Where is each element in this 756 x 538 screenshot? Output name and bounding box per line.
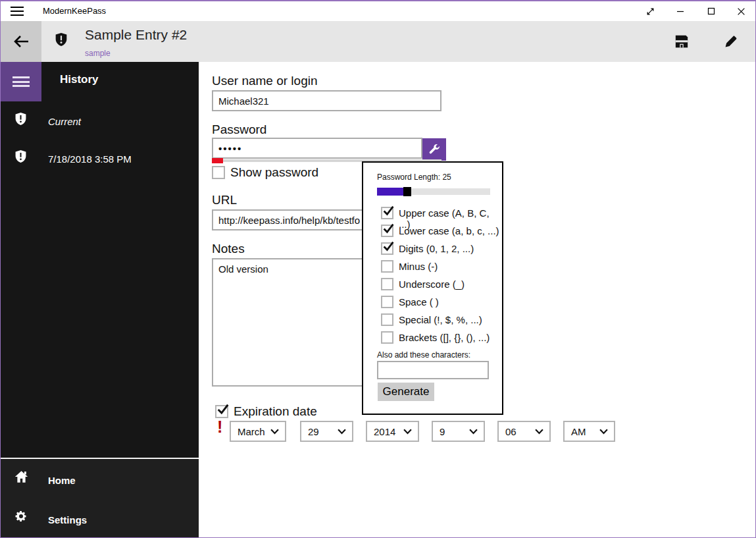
upper-case-checkbox[interactable]: [381, 207, 393, 219]
sidebar-item-label: Home: [48, 475, 76, 486]
password-label: Password: [212, 122, 266, 137]
option-brackets: Brackets ([], {}, (), ...): [363, 331, 502, 346]
sidebar-item-home[interactable]: Home: [1, 468, 199, 497]
shield-icon: [14, 111, 27, 129]
password-length-label: Password Length: 25: [377, 173, 451, 182]
edit-button[interactable]: [724, 34, 740, 50]
settings-gear-icon: [14, 510, 28, 525]
nav-hamburger-button[interactable]: [1, 62, 41, 101]
password-input[interactable]: [212, 138, 422, 159]
expiry-ampm-dropdown[interactable]: AM: [563, 421, 615, 442]
lower-case-checkbox[interactable]: [381, 225, 393, 237]
special-checkbox[interactable]: [381, 313, 393, 326]
app-window: ModernKeePass: [0, 0, 756, 538]
close-button[interactable]: [726, 1, 756, 21]
save-icon: [674, 34, 689, 49]
option-label: Lower case (a, b, c, ...): [399, 225, 499, 236]
maximize-icon: [707, 7, 715, 15]
save-button[interactable]: [674, 34, 690, 50]
option-minus: Minus (-): [363, 260, 502, 275]
minus-checkbox[interactable]: [381, 260, 393, 273]
option-upper-case: Upper case (A, B, C, ...): [363, 207, 502, 221]
show-password-label: Show password: [230, 165, 318, 180]
chevron-down-icon: [535, 429, 543, 435]
entry-group-label[interactable]: sample: [85, 49, 111, 58]
app-title: ModernKeePass: [43, 6, 106, 16]
slider-thumb[interactable]: [403, 187, 411, 196]
option-label: Underscore (_): [399, 279, 465, 290]
dropdown-value: 9: [433, 426, 469, 437]
option-digits: Digits (0, 1, 2, ...): [363, 242, 502, 257]
dropdown-value: March: [231, 426, 270, 437]
brackets-checkbox[interactable]: [381, 331, 393, 344]
password-length-slider[interactable]: [377, 188, 490, 196]
option-label: Minus (-): [399, 261, 438, 272]
home-icon: [14, 470, 28, 486]
option-label: Special (!, $, %, ...): [399, 314, 482, 325]
maximize-button[interactable]: [696, 1, 726, 21]
option-underscore: Underscore (_): [363, 278, 502, 292]
sidebar-heading: History: [60, 73, 99, 86]
minimize-button[interactable]: [665, 1, 695, 21]
slider-track: [411, 188, 490, 195]
url-label: URL: [212, 193, 237, 207]
back-arrow-icon: [13, 34, 30, 49]
show-password-checkbox[interactable]: [212, 166, 225, 179]
notes-label: Notes: [212, 242, 245, 256]
dropdown-value: 29: [301, 426, 338, 437]
expiry-month-dropdown[interactable]: March: [230, 421, 286, 442]
underscore-checkbox[interactable]: [381, 278, 393, 290]
hamburger-icon: [13, 76, 30, 87]
option-label: Brackets ([], {}, (), ...): [399, 332, 490, 343]
fullscreen-button[interactable]: [635, 1, 665, 21]
minimize-icon: [676, 7, 684, 15]
entry-title: Sample Entry #2: [85, 27, 187, 43]
also-add-characters-input[interactable]: [377, 361, 489, 379]
checkmark-icon: [217, 404, 229, 415]
chevron-down-icon: [469, 429, 478, 435]
option-label: Digits (0, 1, 2, ...): [399, 243, 474, 254]
sidebar-item-label: 7/18/2018 3:58 PM: [48, 153, 132, 165]
sidebar-footer: Home Settings: [1, 458, 199, 537]
checkmark-icon: [383, 241, 394, 252]
password-generator-popup: Password Length: 25 Upper case (A, B, C,…: [362, 161, 503, 415]
sidebar-item-settings[interactable]: Settings: [1, 508, 199, 537]
option-space: Space ( ): [363, 296, 502, 310]
expiry-day-dropdown[interactable]: 29: [300, 421, 353, 442]
username-label: User name or login: [212, 74, 318, 88]
titlebar: ModernKeePass: [1, 1, 755, 21]
dropdown-value: AM: [565, 426, 599, 437]
history-sidebar: History Current 7/18/2018 3:58 PM: [1, 62, 199, 537]
wrench-icon: [428, 143, 441, 156]
expiration-date-checkbox[interactable]: [215, 405, 228, 418]
sidebar-item-revision[interactable]: 7/18/2018 3:58 PM: [1, 147, 199, 176]
option-label: Space ( ): [399, 296, 439, 308]
chevron-down-icon: [599, 429, 608, 435]
password-generator-button[interactable]: [422, 138, 446, 161]
expiry-hour-dropdown[interactable]: 9: [432, 421, 485, 442]
fullscreen-icon: [646, 7, 655, 16]
entry-header: Sample Entry #2 sample: [1, 21, 755, 62]
space-checkbox[interactable]: [381, 296, 393, 308]
chevron-down-icon: [270, 429, 279, 435]
close-icon: [737, 7, 745, 16]
sidebar-item-current[interactable]: Current: [1, 109, 199, 138]
slider-fill: [377, 188, 403, 196]
option-lower-case: Lower case (a, b, c, ...): [363, 225, 502, 239]
option-special: Special (!, $, %, ...): [363, 313, 502, 328]
digits-checkbox[interactable]: [381, 242, 393, 255]
sidebar-item-label: Settings: [48, 514, 87, 525]
entry-shield-icon: [55, 32, 68, 50]
username-input[interactable]: [212, 90, 441, 111]
menu-icon[interactable]: [11, 7, 24, 16]
pencil-icon: [724, 34, 738, 49]
dropdown-value: 06: [499, 426, 535, 437]
also-add-characters-label: Also add these characters:: [377, 350, 470, 360]
password-strength-bar: [212, 158, 223, 163]
expiry-year-dropdown[interactable]: 2014: [366, 421, 419, 442]
expiry-minute-dropdown[interactable]: 06: [497, 421, 551, 442]
generate-button[interactable]: Generate: [378, 383, 434, 401]
back-button[interactable]: [1, 21, 41, 62]
chevron-down-icon: [403, 429, 412, 435]
expired-warning-icon: !: [217, 417, 222, 437]
